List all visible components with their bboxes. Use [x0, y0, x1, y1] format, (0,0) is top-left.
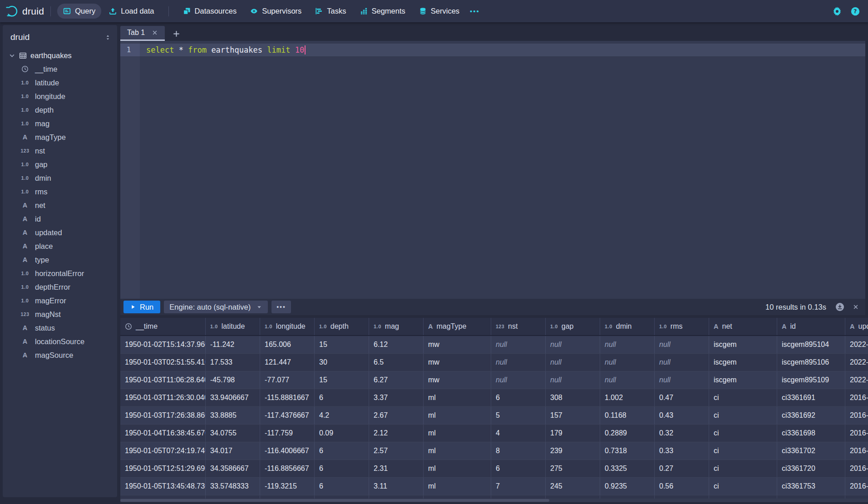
- cell[interactable]: 1950-01-03T17:26:38.860Z: [120, 407, 206, 424]
- column-header-dmin[interactable]: 1.0dmin: [600, 318, 655, 335]
- druid-home-link[interactable]: druid: [5, 5, 44, 18]
- help-icon[interactable]: ?: [851, 7, 860, 16]
- cell[interactable]: 2016-0: [845, 425, 868, 442]
- cell[interactable]: 6: [491, 460, 546, 477]
- nav-more-button[interactable]: •••: [465, 5, 484, 18]
- cell[interactable]: 1950-01-02T15:14:37.960Z: [120, 336, 206, 353]
- cell[interactable]: 34.3586667: [206, 460, 260, 477]
- sidebar-column-nst[interactable]: 123 nst: [3, 144, 117, 158]
- sidebar-column-net[interactable]: A net: [3, 198, 117, 212]
- cell[interactable]: 2016-0: [845, 478, 868, 495]
- query-more-button[interactable]: •••: [271, 301, 291, 313]
- cell[interactable]: 1950-01-04T16:38:45.670Z: [120, 425, 206, 442]
- cell[interactable]: ci3361702: [777, 442, 845, 460]
- cell[interactable]: 2016-0: [845, 442, 868, 460]
- column-header-latitude[interactable]: 1.0latitude: [206, 318, 260, 335]
- cell[interactable]: ml: [424, 478, 491, 495]
- sidebar-column-type[interactable]: A type: [3, 253, 117, 267]
- cell[interactable]: ml: [424, 442, 491, 460]
- nav-item-tasks[interactable]: Tasks: [309, 4, 352, 19]
- cell[interactable]: null: [600, 371, 655, 389]
- cell[interactable]: ci: [709, 425, 777, 442]
- cell[interactable]: 4.2: [315, 407, 369, 424]
- sql-editor[interactable]: 1 select * from earthquakes limit 10: [120, 41, 865, 299]
- cell[interactable]: null: [655, 354, 709, 371]
- cell[interactable]: ci: [709, 478, 777, 495]
- cell[interactable]: -77.077: [260, 371, 315, 389]
- sidebar-item-earthquakes[interactable]: earthquakes: [3, 49, 117, 62]
- sidebar-column-place[interactable]: A place: [3, 239, 117, 253]
- column-header-gap[interactable]: 1.0gap: [546, 318, 600, 335]
- cell[interactable]: 6: [491, 389, 546, 406]
- cell[interactable]: null: [546, 354, 600, 371]
- sidebar-column-magSource[interactable]: A magSource: [3, 348, 117, 362]
- cell[interactable]: -119.3215: [260, 478, 315, 495]
- cell[interactable]: 6: [315, 460, 369, 477]
- sidebar-column-depth[interactable]: 1.0 depth: [3, 103, 117, 117]
- sidebar-column-dmin[interactable]: 1.0 dmin: [3, 171, 117, 185]
- cell[interactable]: ci: [709, 460, 777, 477]
- cell[interactable]: 6: [315, 442, 369, 460]
- cell[interactable]: 3.11: [369, 478, 424, 495]
- cell[interactable]: [655, 495, 709, 499]
- cell[interactable]: null: [546, 336, 600, 353]
- add-tab-button[interactable]: [173, 30, 180, 38]
- cell[interactable]: 275: [546, 460, 600, 477]
- cell[interactable]: 1950-01-03T02:51:55.410Z: [120, 354, 206, 371]
- cell[interactable]: 1950-01-05T12:51:29.690Z: [120, 460, 206, 477]
- cell[interactable]: [845, 495, 868, 499]
- sidebar-column-mag[interactable]: 1.0 mag: [3, 117, 117, 130]
- cell[interactable]: ml: [424, 460, 491, 477]
- cell[interactable]: 2022-0: [845, 371, 868, 389]
- nav-item-services[interactable]: Services: [413, 4, 465, 19]
- cell[interactable]: 3.37: [369, 389, 424, 406]
- cell[interactable]: 2.12: [369, 425, 424, 442]
- cell[interactable]: ml: [424, 389, 491, 406]
- cell[interactable]: 2.67: [369, 407, 424, 424]
- cell[interactable]: null: [491, 354, 546, 371]
- sidebar-column-latitude[interactable]: 1.0 latitude: [3, 76, 117, 89]
- cell[interactable]: ci: [709, 442, 777, 460]
- cell[interactable]: 308: [546, 389, 600, 406]
- cell[interactable]: null: [655, 336, 709, 353]
- cell[interactable]: 179: [546, 425, 600, 442]
- column-header-net[interactable]: Anet: [709, 318, 777, 335]
- cell[interactable]: iscgem895104: [777, 336, 845, 353]
- run-button[interactable]: Run: [123, 301, 160, 313]
- cell[interactable]: 2022-0: [845, 354, 868, 371]
- cell[interactable]: [546, 495, 600, 499]
- sidebar-column-status[interactable]: A status: [3, 321, 117, 335]
- cell[interactable]: -45.798: [206, 371, 260, 389]
- cell[interactable]: 6.12: [369, 336, 424, 353]
- scrollbar-thumb[interactable]: [120, 499, 549, 502]
- column-header-__time[interactable]: __time: [120, 318, 206, 335]
- horizontal-scrollbar[interactable]: [120, 499, 868, 502]
- cell[interactable]: 2022-0: [845, 336, 868, 353]
- column-header-nst[interactable]: 123nst: [491, 318, 546, 335]
- cell[interactable]: [424, 495, 491, 499]
- sidebar-column-horizontalError[interactable]: 1.0 horizontalError: [3, 267, 117, 280]
- cell[interactable]: 34.017: [206, 442, 260, 460]
- cell[interactable]: 0.2889: [600, 425, 655, 442]
- cell[interactable]: 0.33: [655, 442, 709, 460]
- cell[interactable]: [206, 495, 260, 499]
- cell[interactable]: 0.1168: [600, 407, 655, 424]
- sidebar-column-updated[interactable]: A updated: [3, 226, 117, 239]
- cell[interactable]: iscgem: [709, 371, 777, 389]
- close-results-icon[interactable]: [853, 304, 859, 310]
- sidebar-column-__time[interactable]: __time: [3, 62, 117, 76]
- cell[interactable]: -116.4006667: [260, 442, 315, 460]
- cell[interactable]: 33.8885: [206, 407, 260, 424]
- column-header-rms[interactable]: 1.0rms: [655, 318, 709, 335]
- cell[interactable]: 15: [315, 336, 369, 353]
- cell[interactable]: 33.9406667: [206, 389, 260, 406]
- tab-1[interactable]: Tab 1: [120, 26, 165, 41]
- cell[interactable]: 4: [491, 425, 546, 442]
- cell[interactable]: 2.31: [369, 460, 424, 477]
- cell[interactable]: [777, 495, 845, 499]
- engine-select-button[interactable]: Engine: auto (sql-native): [164, 301, 268, 313]
- sql-query-text[interactable]: select * from earthquakes limit 10: [146, 45, 306, 54]
- cell[interactable]: 165.006: [260, 336, 315, 353]
- cell[interactable]: [491, 495, 546, 499]
- cell[interactable]: [260, 495, 315, 499]
